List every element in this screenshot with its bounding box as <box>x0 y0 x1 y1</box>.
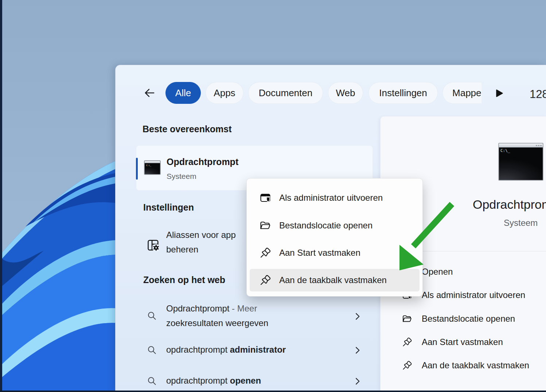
tab-mappen-clipped: Mappen <box>442 82 481 104</box>
folder-icon <box>402 313 413 324</box>
pin-icon <box>259 247 272 259</box>
panel-action-pin-to-taskbar[interactable]: Aan de taakbalk vastmaken <box>381 357 546 374</box>
best-match-subtitle: Systeem <box>167 172 196 181</box>
menu-item-run-as-admin[interactable]: Als administrator uitvoeren <box>250 187 420 209</box>
web-result-text: opdrachtprompt administrator <box>166 345 286 355</box>
chevron-right-icon <box>352 376 362 386</box>
more-tabs-triangle-icon <box>492 87 505 99</box>
menu-item-pin-to-taskbar[interactable]: Aan de taakbalk vastmaken <box>250 269 420 291</box>
preview-subtitle: Systeem <box>504 218 538 228</box>
section-web-search: Zoeken op het web <box>143 275 225 285</box>
settings-result-line1: Aliassen voor app <box>166 230 236 240</box>
tab-instellingen[interactable]: Instellingen <box>368 82 438 104</box>
search-icon <box>147 345 157 355</box>
shield-window-icon <box>259 192 272 204</box>
chevron-right-icon <box>352 345 362 355</box>
pin-icon <box>402 360 413 371</box>
tab-mappen[interactable]: Mappen <box>442 82 481 104</box>
web-result-row[interactable]: Opdrachtprompt - Meer zoekresultaten wee… <box>143 302 369 335</box>
overlay-counter: 128 <box>530 88 546 101</box>
section-settings: Instellingen <box>143 202 194 213</box>
screenshot-left-border <box>0 0 2 392</box>
menu-item-pin-to-start[interactable]: Aan Start vastmaken <box>250 242 420 264</box>
screenshot-bottom-border <box>0 391 546 392</box>
menu-item-open-file-location[interactable]: Bestandslocatie openen <box>250 214 420 237</box>
cmd-app-icon: C:\_ <box>144 160 161 175</box>
web-result-text: opdrachtprompt openen <box>166 376 261 386</box>
tab-web[interactable]: Web <box>328 82 363 104</box>
app-alias-icon <box>146 238 161 252</box>
cmd-app-icon-large: C:\_ <box>498 143 543 181</box>
tab-apps[interactable]: Apps <box>206 82 243 104</box>
best-match-title: Opdrachtprompt <box>167 157 238 167</box>
section-best-match: Beste overeenkomst <box>143 124 232 134</box>
settings-result-line2: beheren <box>166 244 198 255</box>
context-menu: Als administrator uitvoeren Bestandsloca… <box>246 178 423 297</box>
more-tabs-button[interactable] <box>492 87 505 99</box>
preview-title: Opdrachtprompt <box>473 197 546 212</box>
web-result-line2: zoekresultaten weergeven <box>166 318 268 328</box>
web-result-row[interactable]: opdrachtprompt openen <box>143 371 369 391</box>
folder-icon <box>259 219 272 232</box>
tab-alle[interactable]: Alle <box>165 82 201 104</box>
back-arrow-icon <box>143 87 156 99</box>
selection-accent-bar <box>136 158 138 180</box>
back-button[interactable] <box>141 85 158 101</box>
desktop: Alle Apps Documenten Web Instellingen Ma… <box>0 0 546 392</box>
search-icon <box>147 376 157 386</box>
pin-icon <box>259 274 272 286</box>
panel-action-pin-to-start[interactable]: Aan Start vastmaken <box>381 334 546 350</box>
web-result-line1: Opdrachtprompt - Meer <box>166 303 257 314</box>
tab-documenten[interactable]: Documenten <box>248 82 323 104</box>
search-icon <box>147 311 157 321</box>
web-result-row[interactable]: opdrachtprompt administrator <box>143 340 369 360</box>
panel-action-open-file-location[interactable]: Bestandslocatie openen <box>381 310 546 327</box>
pin-icon <box>402 337 413 348</box>
chevron-right-icon <box>352 311 362 321</box>
